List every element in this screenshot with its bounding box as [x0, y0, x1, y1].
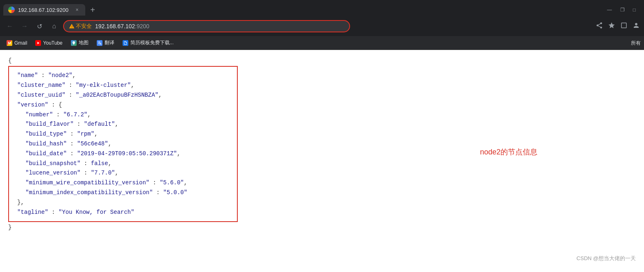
json-key-build-flavor: "build_flavor": [25, 121, 74, 127]
watermark: CSDN @想当大佬的一天: [576, 255, 636, 262]
all-bookmarks[interactable]: 所有: [631, 39, 641, 47]
json-val-tagline: "You Know, for Search": [59, 209, 134, 215]
browser-chrome: 192.168.67.102:9200 × + — ❐ □ ← → ↺ ⌂ 不安…: [0, 0, 644, 50]
minimize-button[interactable]: —: [607, 7, 612, 13]
restore-button[interactable]: ❐: [620, 7, 625, 13]
youtube-label: YouTube: [43, 40, 62, 46]
reload-button[interactable]: ↺: [34, 20, 45, 32]
bookmark-translate[interactable]: 翻译: [93, 38, 118, 48]
bookmark-gmail[interactable]: M Gmail: [3, 39, 30, 47]
json-val-build-snapshot: false: [91, 160, 108, 167]
active-tab[interactable]: 192.168.67.102:9200 ×: [3, 4, 85, 16]
bookmarks-bar: M Gmail YouTube 地图 翻译 简历模板免费下载...: [0, 36, 644, 50]
json-key-build-type: "build_type": [25, 131, 67, 137]
forward-button[interactable]: →: [19, 20, 30, 32]
url-port-text: :9200: [135, 23, 149, 29]
maps-icon: [71, 40, 77, 46]
url-host: 192.168.67.102:9200: [95, 23, 344, 29]
profile-icon[interactable]: [633, 22, 640, 31]
json-key-build-date: "build_date": [25, 150, 67, 157]
page-content: { "name" : "node2", "cluster_name" : "my…: [0, 50, 644, 267]
json-val-lucene-version: "7.7.0": [91, 170, 115, 176]
tab-bar: 192.168.67.102:9200 × + — ❐ □: [0, 0, 644, 16]
window-controls: — ❐ □: [607, 7, 641, 13]
translate-label: 翻译: [105, 39, 114, 46]
bookmark-resume[interactable]: 简历模板免费下载...: [119, 38, 177, 48]
json-response-box: "name" : "node2", "cluster_name" : "my-e…: [8, 66, 238, 222]
gmail-label: Gmail: [14, 40, 27, 46]
json-val-build-hash: "56c6e48": [77, 141, 108, 147]
home-button[interactable]: ⌂: [48, 20, 60, 32]
closing-brace: }: [8, 223, 636, 232]
share-icon[interactable]: [596, 22, 603, 31]
all-bookmarks-label: 所有: [631, 40, 641, 46]
security-warning: 不安全: [69, 23, 92, 30]
json-key-number: "number": [25, 111, 53, 118]
gmail-icon: M: [7, 40, 12, 46]
maps-label: 地图: [79, 39, 89, 46]
resume-label: 简历模板免费下载...: [130, 39, 174, 46]
json-key-name: "name": [17, 72, 38, 79]
json-val-name: "node2": [48, 72, 73, 79]
tablet-mode-icon[interactable]: [620, 22, 628, 31]
new-tab-button[interactable]: +: [87, 4, 98, 16]
json-key-min-wire: "minimum_wire_compatibility_version": [25, 179, 149, 186]
translate-icon: [97, 40, 102, 46]
json-key-build-snapshot: "build_snapshot": [25, 160, 80, 167]
bookmark-maps[interactable]: 地图: [68, 38, 92, 48]
opening-brace: {: [8, 56, 636, 65]
maximize-button[interactable]: □: [633, 7, 636, 13]
json-val-cluster-uuid: "_a02EAcBToupuBFzHSNBZA": [76, 92, 159, 98]
url-host-text: 192.168.67.102: [95, 23, 135, 29]
json-key-version: "version": [17, 102, 48, 108]
json-key-lucene-version: "lucene_version": [25, 170, 80, 176]
json-val-build-flavor: "default": [84, 121, 115, 127]
insecure-label: 不安全: [76, 23, 92, 30]
tab-favicon: [8, 7, 15, 13]
address-bar-row: ← → ↺ ⌂ 不安全 192.168.67.102:9200: [0, 16, 644, 36]
json-val-cluster-name: "my-elk-cluster": [76, 82, 131, 88]
toolbar-right: [596, 22, 640, 31]
json-key-build-hash: "build_hash": [25, 141, 67, 147]
doc-icon: [123, 40, 128, 46]
json-key-min-index: "minimum_index_compatibility_version": [25, 189, 153, 196]
bookmark-youtube[interactable]: YouTube: [32, 39, 66, 47]
warning-triangle-icon: [69, 23, 75, 29]
tab-close-button[interactable]: ×: [74, 7, 80, 13]
json-key-cluster-name: "cluster_name": [17, 82, 66, 88]
json-val-build-type: "rpm": [77, 131, 94, 137]
tab-title: 192.168.67.102:9200: [18, 7, 71, 13]
star-icon[interactable]: [608, 22, 615, 31]
back-button[interactable]: ←: [4, 20, 16, 32]
youtube-icon: [35, 40, 41, 46]
json-val-min-wire: "5.6.0": [160, 179, 184, 186]
json-val-build-date: "2019-04-29T09:05:50.290371Z": [77, 150, 177, 157]
json-key-cluster-uuid: "cluster_uuid": [17, 92, 66, 98]
annotation-label: node2的节点信息: [480, 147, 537, 157]
json-val-number: "6.7.2": [63, 111, 87, 118]
json-key-tagline: "tagline": [17, 209, 48, 215]
json-val-min-index: "5.0.0": [163, 189, 187, 196]
address-bar[interactable]: 不安全 192.168.67.102:9200: [63, 20, 350, 32]
